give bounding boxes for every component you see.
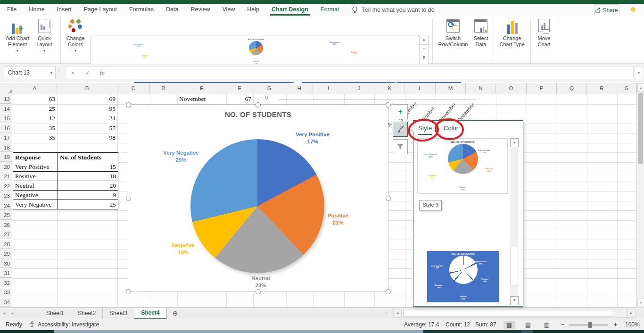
gallery-scroll-up-button[interactable]: ▴ <box>419 35 429 45</box>
row-header-21[interactable]: 21 <box>0 172 12 181</box>
row-header-18[interactable]: 18 <box>0 143 12 152</box>
row-header-26[interactable]: 26 <box>0 220 12 230</box>
zoom-percent[interactable]: 100% <box>625 321 640 328</box>
feedback-smiley-icon[interactable]: ☻ <box>629 5 637 14</box>
selection-handle[interactable] <box>386 102 391 108</box>
pie-label-positive[interactable]: Positive21% <box>307 212 369 226</box>
row-header-15[interactable]: 15 <box>0 114 12 123</box>
tab-color[interactable]: Color <box>444 125 458 132</box>
table-cell-label[interactable]: Neutral <box>13 181 58 191</box>
hscroll-right-button[interactable]: ▸ <box>627 309 636 318</box>
ribbon-tab-review[interactable]: Review <box>184 4 216 16</box>
table-cell-value[interactable]: 15 <box>58 162 118 172</box>
scroll-down-button[interactable]: ▾ <box>637 299 644 307</box>
name-box[interactable]: Chart 13 ▾ <box>4 67 56 79</box>
cell-B14[interactable]: 95 <box>57 104 117 114</box>
row-header-19[interactable]: 19 <box>0 152 12 162</box>
table-cell-label[interactable]: Positive <box>13 172 58 181</box>
row-header-34[interactable]: 34 <box>0 298 12 307</box>
column-header-C[interactable]: C <box>117 83 150 94</box>
change-colors-button[interactable]: Change Colors▾ <box>63 18 88 54</box>
selection-handle[interactable] <box>386 196 391 201</box>
table-cell-value[interactable]: 20 <box>58 181 118 191</box>
row-header-29[interactable]: 29 <box>0 249 12 258</box>
column-header-F[interactable]: F <box>226 83 253 94</box>
row-header-30[interactable]: 30 <box>0 259 12 268</box>
column-header-D[interactable]: D <box>150 83 177 94</box>
sheet-tab-sheet1[interactable]: Sheet1 <box>40 308 71 319</box>
column-header-E[interactable]: E <box>177 83 226 94</box>
row-header-17[interactable]: 17 <box>0 133 12 142</box>
pie-label-very-positive[interactable]: Very Positive17% <box>282 131 343 145</box>
move-chart-button[interactable]: Move Chart <box>532 18 556 48</box>
gallery-thumb-1[interactable]: NO. OF STUDENTSVery Positive17%Positive2… <box>92 37 420 66</box>
expand-formula-bar-button[interactable]: ▾ <box>635 67 643 79</box>
selection-handle[interactable] <box>256 102 261 108</box>
cell-B15[interactable]: 24 <box>57 114 117 123</box>
vertical-scroll-thumb[interactable] <box>638 93 643 164</box>
chart-styles-button[interactable] <box>393 122 408 137</box>
column-header-R[interactable]: R <box>587 83 617 94</box>
cell-A15[interactable]: 12 <box>13 114 57 123</box>
pie-label-very-negative[interactable]: Very Negative29% <box>150 150 212 164</box>
pie-label-negative[interactable]: Negative10% <box>153 242 214 256</box>
row-header-25[interactable]: 25 <box>0 210 12 220</box>
column-header-Q[interactable]: Q <box>557 83 587 94</box>
sheet-tab-sheet3[interactable]: Sheet3 <box>103 308 134 319</box>
column-header-J[interactable]: J <box>344 83 374 94</box>
enter-icon[interactable]: ✓ <box>81 69 95 76</box>
cell-A16[interactable]: 35 <box>13 124 57 133</box>
sheet-nav-right-icon[interactable]: ▸ <box>8 308 17 319</box>
switch-row-column-button[interactable]: ⟳ Switch Row/Column <box>438 18 469 48</box>
ribbon-tab-help[interactable]: Help <box>241 4 265 16</box>
horizontal-scrollbar[interactable] <box>402 309 627 318</box>
selection-handle[interactable] <box>386 289 391 294</box>
column-header-I[interactable]: I <box>313 83 344 94</box>
pane-scroll-up-button[interactable]: ▴ <box>510 138 519 147</box>
column-header-O[interactable]: O <box>496 83 527 94</box>
select-all-corner[interactable] <box>0 83 13 95</box>
hscroll-left-button[interactable]: ◂ <box>393 309 402 318</box>
normal-view-button[interactable]: ▦ <box>504 321 515 329</box>
selection-handle[interactable] <box>126 289 131 294</box>
gallery-more-button[interactable]: ▾ <box>419 54 429 64</box>
table-cell-label[interactable]: Negative <box>13 191 58 200</box>
row-header-14[interactable]: 14 <box>0 104 12 114</box>
ribbon-tab-file[interactable]: File <box>1 4 23 16</box>
column-header-K[interactable]: K <box>374 83 405 94</box>
row-header-28[interactable]: 28 <box>0 240 12 249</box>
insert-function-icon[interactable]: fx <box>95 69 109 77</box>
row-header-20[interactable]: 20 <box>0 162 12 172</box>
chart-filters-button[interactable] <box>393 139 408 154</box>
formula-bar[interactable]: × ✓ fx <box>65 67 634 79</box>
row-header-16[interactable]: 16 <box>0 124 12 133</box>
cell-A14[interactable]: 25 <box>13 104 57 114</box>
table-cell-value[interactable]: 18 <box>58 172 118 181</box>
style-preview-9[interactable]: NO. OF STUDENTSVery Positive17%Positive2… <box>427 251 499 302</box>
scroll-up-button[interactable]: ▴ <box>637 83 644 92</box>
zoom-out-button[interactable]: − <box>561 321 564 328</box>
cell-F13[interactable]: 67 <box>226 94 253 104</box>
sheet-tab-sheet2[interactable]: Sheet2 <box>71 308 103 319</box>
row-header-33[interactable]: 33 <box>0 288 12 297</box>
selection-handle[interactable] <box>126 196 131 201</box>
column-header-P[interactable]: P <box>527 83 557 94</box>
table-cell-value[interactable]: 25 <box>58 200 118 209</box>
row-header-22[interactable]: 22 <box>0 182 12 191</box>
ribbon-tab-formulas[interactable]: Formulas <box>123 4 160 16</box>
row-header-13[interactable]: 13 <box>0 94 12 104</box>
column-header-M[interactable]: M <box>436 83 466 94</box>
ribbon-tab-data[interactable]: Data <box>160 4 184 16</box>
sheet-tab-sheet4[interactable]: Sheet4 <box>134 308 166 319</box>
tab-style[interactable]: Style <box>418 125 432 135</box>
pane-scroll-down-button[interactable]: ▾ <box>510 296 519 305</box>
cell-A13[interactable]: 63 <box>13 94 57 104</box>
row-header-24[interactable]: 24 <box>0 201 12 210</box>
gallery-scroll-down-button[interactable]: ▾ <box>419 44 429 55</box>
row-header-23[interactable]: 23 <box>0 191 12 200</box>
pie-label-neutral[interactable]: Neutral23% <box>230 275 291 289</box>
column-header-G[interactable]: G <box>253 83 286 94</box>
select-data-button[interactable]: Select Data <box>471 18 491 48</box>
table-cell-value[interactable]: 9 <box>58 191 118 200</box>
name-box-dropdown-icon[interactable]: ▾ <box>50 67 52 79</box>
